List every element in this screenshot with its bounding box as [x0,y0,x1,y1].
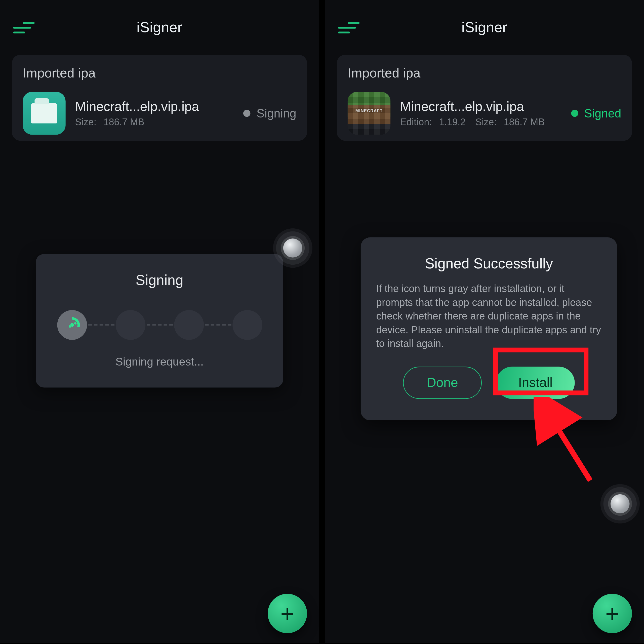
ipa-filename: Minecraft...elp.vip.ipa [400,99,561,114]
progress-divider-icon [205,324,231,326]
assistive-touch-icon[interactable] [603,487,637,520]
imported-ipa-card: Imported ipa Minecraft...elp.vip.ipa Edi… [337,55,632,141]
ipa-subline: Size:186.7 MB [75,117,234,128]
done-button[interactable]: Done [403,367,482,399]
assistive-touch-icon[interactable] [276,231,309,265]
app-icon-minecraft [348,92,391,135]
progress-step-1-icon [57,310,87,340]
plus-icon: + [605,601,619,625]
add-button[interactable]: + [268,594,307,633]
progress-subtitle: Signing request... [51,355,268,369]
status-text: Signed [584,106,621,120]
header: iSigner [325,8,644,47]
progress-steps [51,310,268,340]
ipa-status: Signing [244,106,296,120]
section-title: Imported ipa [23,66,296,81]
success-title: Signed Successfully [376,255,601,272]
ipa-filename: Minecraft...elp.vip.ipa [75,99,234,114]
success-body: If the icon turns gray after installatio… [376,283,601,351]
progress-step-3-icon [174,310,204,340]
ipa-status: Signed [571,106,621,120]
ipa-subline: Edition:1.19.2 Size:186.7 MB [400,117,561,128]
status-text: Signing [257,106,296,120]
app-title: iSigner [462,19,507,36]
progress-divider-icon [88,324,114,326]
screenshot-right: iSigner Imported ipa Minecraft...elp.vip… [325,0,644,643]
screenshot-left: iSigner Imported ipa Minecraft...elp.vip… [0,0,319,643]
status-dot-icon [244,110,251,117]
plus-icon: + [280,601,294,625]
progress-title: Signing [51,272,268,289]
header: iSigner [0,8,319,47]
menu-button[interactable] [338,18,359,36]
app-title: iSigner [137,19,182,36]
signed-success-modal: Signed Successfully If the icon turns gr… [361,237,617,420]
install-button[interactable]: Install [496,367,575,399]
imported-ipa-card: Imported ipa Minecraft...elp.vip.ipa Siz… [12,55,307,141]
menu-button[interactable] [13,18,34,36]
progress-divider-icon [146,324,173,326]
app-icon-placeholder [23,92,66,135]
signing-progress-modal: Signing Signing request... [36,254,283,388]
ipa-row[interactable]: Minecraft...elp.vip.ipa Edition:1.19.2 S… [348,92,621,135]
progress-step-2-icon [115,310,145,340]
progress-step-4-icon [232,310,262,340]
ipa-row[interactable]: Minecraft...elp.vip.ipa Size:186.7 MB Si… [23,92,296,135]
status-dot-icon [571,110,578,117]
section-title: Imported ipa [348,66,621,81]
add-button[interactable]: + [593,594,632,633]
